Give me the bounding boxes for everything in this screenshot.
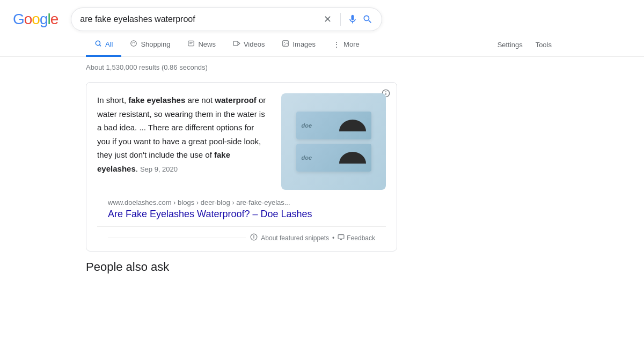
snippet-footer-links: About featured snippets • Feedback: [250, 233, 375, 242]
shopping-icon: [130, 40, 137, 49]
videos-icon: [233, 40, 240, 49]
source-url: www.doelashes.com › blogs › deer-blog › …: [97, 198, 386, 206]
eyelash-box-bottom: doe: [296, 144, 371, 172]
svg-rect-5: [233, 41, 238, 46]
settings-tools: Settings Tools: [491, 35, 558, 54]
tab-videos-label: Videos: [244, 40, 265, 48]
feedback-label: Feedback: [347, 234, 375, 242]
more-icon: ⋮: [333, 40, 340, 49]
eyelash-box-top: doe: [296, 112, 371, 139]
box-lash-top: [339, 120, 366, 131]
news-icon: [187, 40, 195, 49]
svg-point-8: [284, 42, 286, 43]
clear-icon[interactable]: ✕: [321, 13, 334, 25]
voice-search-icon[interactable]: [347, 14, 358, 25]
featured-snippet: In short, fake eyelashes are not waterpr…: [86, 82, 397, 252]
search-bar: ✕: [71, 8, 382, 31]
box-brand-bottom: doe: [302, 154, 312, 161]
tab-news[interactable]: News: [179, 33, 224, 57]
feedback-link[interactable]: Feedback: [338, 234, 375, 242]
about-snippets-link[interactable]: About featured snippets: [261, 234, 329, 242]
all-icon: [94, 40, 102, 49]
snippet-bold1: fake eyelashes: [128, 95, 185, 105]
settings-button[interactable]: Settings: [491, 35, 529, 54]
svg-marker-6: [238, 42, 240, 45]
tab-images-label: Images: [292, 40, 316, 48]
tab-all[interactable]: All: [86, 33, 121, 57]
search-submit-icon[interactable]: [362, 14, 373, 25]
snippet-content: In short, fake eyelashes are not waterpr…: [97, 93, 386, 190]
snippet-text: In short, fake eyelashes are not waterpr…: [97, 93, 268, 175]
snippet-text-after1: are not: [185, 95, 215, 105]
feedback-icon: [338, 234, 345, 242]
tab-all-label: All: [105, 40, 113, 48]
snippet-separator: •: [332, 234, 334, 242]
source-link[interactable]: Are Fake Eyelashes Waterproof? – Doe Las…: [97, 209, 386, 220]
tab-more-label: More: [343, 40, 360, 48]
snippet-date: Sep 9, 2020: [140, 165, 178, 173]
box-lash-bottom: [339, 152, 366, 164]
results-count: About 1,530,000 results (0.86 seconds): [0, 59, 644, 76]
svg-rect-15: [338, 234, 344, 239]
tab-shopping[interactable]: Shopping: [121, 33, 179, 57]
tools-button[interactable]: Tools: [529, 35, 558, 54]
tab-more[interactable]: ⋮ More: [324, 34, 368, 57]
tab-news-label: News: [198, 40, 216, 48]
snippet-text-before1: In short,: [97, 95, 128, 105]
header: Google ✕: [0, 0, 644, 31]
images-icon: [282, 40, 289, 49]
snippet-text-after2: or water resistant, so wearing them in t…: [97, 95, 266, 159]
tab-shopping-label: Shopping: [141, 40, 170, 48]
tab-images[interactable]: Images: [273, 33, 324, 57]
svg-point-1: [131, 41, 137, 47]
snippet-bold2: waterproof: [215, 95, 257, 105]
snippet-footer: About featured snippets • Feedback: [97, 226, 386, 242]
people-also-ask-heading: People also ask: [86, 260, 397, 274]
snippet-image[interactable]: doe doe: [281, 93, 386, 190]
box-brand-top: doe: [302, 122, 312, 129]
search-tabs: All Shopping News Videos: [0, 33, 644, 57]
svg-rect-2: [188, 41, 194, 46]
search-divider: [340, 13, 341, 26]
eyelash-box-visual: doe doe: [281, 93, 386, 190]
tab-videos[interactable]: Videos: [224, 33, 274, 57]
google-logo[interactable]: Google: [13, 11, 58, 28]
main-content: In short, fake eyelashes are not waterpr…: [0, 76, 483, 280]
snippet-text-end: .: [136, 164, 138, 173]
search-input[interactable]: [80, 14, 317, 24]
about-snippets-icon: [250, 233, 258, 242]
snippet-footer-divider: [108, 238, 246, 238]
